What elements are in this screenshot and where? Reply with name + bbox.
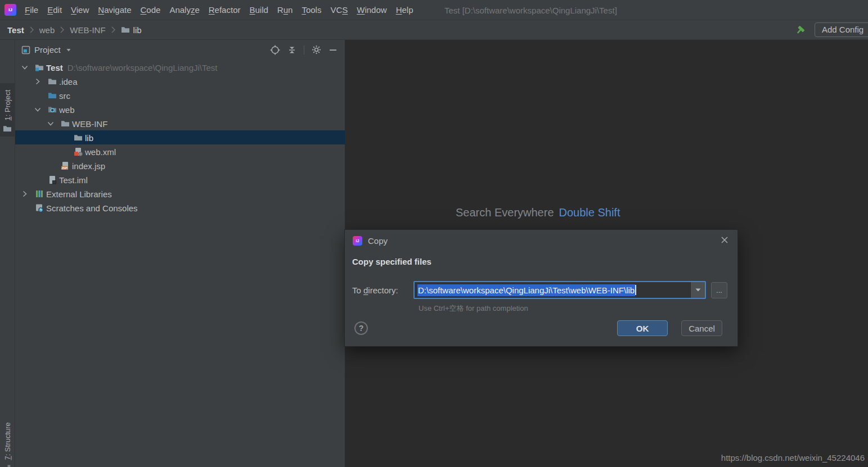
hide-panel-icon[interactable] bbox=[329, 46, 338, 55]
chevron-right-icon[interactable] bbox=[20, 189, 29, 198]
intellij-logo-icon: IJ bbox=[5, 4, 16, 16]
copy-dialog: IJ Copy Copy specified files To director… bbox=[344, 229, 738, 347]
text-caret bbox=[635, 285, 636, 295]
project-panel-header: Project bbox=[15, 39, 345, 60]
web-folder-icon bbox=[48, 105, 57, 114]
double-shift-shortcut: Double Shift bbox=[559, 206, 620, 219]
breadcrumb-item-lib[interactable]: lib bbox=[133, 25, 142, 35]
header-divider bbox=[304, 46, 304, 55]
tree-item-label: src bbox=[59, 90, 70, 100]
folder-icon bbox=[121, 25, 130, 34]
directory-input[interactable]: D:\software\workspace\QingLiangJi\Test\w… bbox=[415, 282, 690, 298]
tree-item-scratches-and-consoles[interactable]: Scratches and Consoles bbox=[15, 201, 345, 215]
tree-item-label: Test.iml bbox=[59, 175, 88, 184]
tree-item-src[interactable]: src bbox=[15, 88, 345, 102]
menu-item-file[interactable]: File bbox=[20, 0, 43, 20]
tree-item-test[interactable]: TestD:\software\workspace\QingLiangJi\Te… bbox=[15, 60, 345, 74]
empty-editor-hint: Search EverywhereDouble Shift bbox=[456, 206, 620, 219]
menu-item-navigate[interactable]: Navigate bbox=[93, 0, 136, 20]
gear-icon[interactable] bbox=[312, 45, 321, 55]
dialog-title: Copy bbox=[368, 236, 388, 246]
project-path-text: D:\software\workspace\QingLiangJi\Test bbox=[68, 62, 218, 72]
tree-item-lib[interactable]: lib bbox=[15, 130, 345, 144]
breadcrumb-separator-icon bbox=[29, 26, 35, 34]
tree-item-external-libraries[interactable]: External Libraries bbox=[15, 187, 345, 201]
cancel-button[interactable]: Cancel bbox=[681, 320, 722, 336]
breadcrumb-item-web-inf[interactable]: WEB-INF bbox=[70, 25, 105, 35]
menu-item-refactor[interactable]: Refactor bbox=[204, 0, 245, 20]
project-panel-title: Project bbox=[34, 45, 61, 55]
chevron-down-icon[interactable] bbox=[33, 105, 42, 114]
menu-item-edit[interactable]: Edit bbox=[43, 0, 66, 20]
project-folder-icon bbox=[35, 63, 44, 72]
menu-item-tools[interactable]: Tools bbox=[297, 0, 326, 20]
iml-file-icon bbox=[48, 175, 57, 184]
breadcrumb-item-web[interactable]: web bbox=[39, 25, 55, 35]
collapse-all-icon[interactable] bbox=[287, 46, 296, 55]
source-folder-icon bbox=[48, 91, 57, 100]
directory-combobox[interactable]: D:\software\workspace\QingLiangJi\Test\w… bbox=[413, 281, 706, 299]
project-tool-window: Project TestD:\software\workspace\QingLi… bbox=[15, 39, 345, 467]
watermark-url: https://blog.csdn.net/weixin_45224046 bbox=[721, 453, 865, 463]
path-completion-hint: Use Ctrl+空格 for path completion bbox=[419, 303, 528, 314]
navigation-bar: TestwebWEB-INFlib Add Config bbox=[0, 20, 868, 40]
tree-item-web-inf[interactable]: WEB-INF bbox=[15, 116, 345, 130]
menu-bar: IJ FileEditViewNavigateCodeAnalyzeRefact… bbox=[0, 0, 868, 20]
tree-item-label: index.jsp bbox=[72, 161, 105, 170]
svg-text:JSP: JSP bbox=[61, 166, 68, 169]
tree-item-label: web bbox=[59, 105, 75, 114]
caret-down-icon bbox=[65, 46, 73, 54]
tree-item--idea[interactable]: .idea bbox=[15, 74, 345, 88]
tree-item-label: TestD:\software\workspace\QingLiangJi\Te… bbox=[46, 62, 218, 72]
locate-file-icon[interactable] bbox=[270, 45, 280, 55]
menu-item-analyze[interactable]: Analyze bbox=[165, 0, 204, 20]
menu-item-help[interactable]: Help bbox=[392, 0, 418, 20]
folder-icon bbox=[74, 133, 83, 142]
breadcrumb: TestwebWEB-INFlib bbox=[7, 20, 142, 39]
folder-icon bbox=[61, 119, 70, 128]
tree-item-label: web.xml bbox=[85, 147, 116, 156]
webxml-file-icon bbox=[74, 147, 83, 156]
browse-directory-button[interactable]: ... bbox=[711, 282, 727, 298]
project-tool-button-icon[interactable] bbox=[3, 124, 12, 133]
selected-path-text: D:\software\workspace\QingLiangJi\Test\w… bbox=[417, 284, 635, 296]
tool-button-structure[interactable]: 7: Structure bbox=[3, 422, 12, 460]
menu-item-code[interactable]: Code bbox=[136, 0, 165, 20]
search-everywhere-label: Search Everywhere bbox=[456, 206, 554, 219]
chevron-down-icon[interactable] bbox=[46, 119, 55, 128]
tree-item-label: lib bbox=[85, 133, 93, 142]
project-view-selector[interactable]: Project bbox=[21, 45, 73, 55]
menu-item-window[interactable]: Window bbox=[352, 0, 391, 20]
to-directory-label: To directory: bbox=[352, 285, 398, 295]
add-configuration-button[interactable]: Add Config bbox=[815, 22, 868, 37]
help-button[interactable]: ? bbox=[354, 321, 368, 335]
menu-items: FileEditViewNavigateCodeAnalyzeRefactorB… bbox=[20, 0, 418, 20]
menu-item-build[interactable]: Build bbox=[245, 0, 272, 20]
intellij-logo-icon: IJ bbox=[353, 236, 362, 246]
tree-item-test-iml[interactable]: Test.iml bbox=[15, 173, 345, 187]
chevron-right-icon[interactable] bbox=[33, 77, 42, 86]
build-hammer-icon[interactable] bbox=[795, 25, 806, 35]
tree-item-web-xml[interactable]: web.xml bbox=[15, 144, 345, 158]
combobox-dropdown-icon[interactable] bbox=[690, 282, 705, 298]
window-title: Test [D:\software\workspace\QingLiangJi\… bbox=[444, 5, 617, 15]
menu-item-view[interactable]: View bbox=[66, 0, 93, 20]
jsp-file-icon: JSP bbox=[61, 161, 70, 170]
chevron-down-icon[interactable] bbox=[20, 63, 29, 72]
copy-dialog-titlebar[interactable]: IJ Copy bbox=[345, 230, 737, 251]
tool-button-project[interactable]: 1: Project bbox=[3, 90, 12, 121]
close-icon[interactable] bbox=[721, 236, 730, 245]
ok-button[interactable]: OK bbox=[617, 320, 668, 336]
scratches-icon bbox=[35, 203, 44, 212]
tree-item-web[interactable]: web bbox=[15, 102, 345, 116]
menu-item-run[interactable]: Run bbox=[273, 0, 298, 20]
libraries-icon bbox=[35, 189, 44, 198]
tree-item-index-jsp[interactable]: JSPindex.jsp bbox=[15, 158, 345, 173]
breadcrumb-item-test[interactable]: Test bbox=[7, 25, 24, 35]
panel-header-actions bbox=[270, 45, 338, 55]
menu-item-vcs[interactable]: VCS bbox=[326, 0, 352, 20]
folder-icon bbox=[48, 77, 57, 86]
tree-item-label: Scratches and Consoles bbox=[46, 203, 138, 212]
structure-tool-button-icon[interactable] bbox=[3, 464, 12, 467]
tool-window-bar-left: 1: Project 7: Structure Favorites bbox=[0, 39, 15, 467]
